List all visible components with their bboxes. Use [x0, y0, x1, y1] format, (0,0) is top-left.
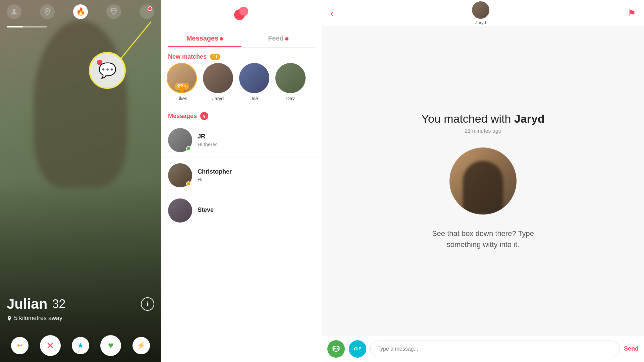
likes-avatar[interactable]: 99+ 🧡 Likes: [167, 63, 197, 101]
card-location-text: 5 kilometres away: [14, 315, 62, 322]
message-item-jr[interactable]: JR Hi therec: [161, 123, 322, 158]
messages-section-label: Messages 9: [161, 107, 322, 123]
rewind-button[interactable]: ↩: [11, 337, 29, 354]
tinder-messages-logo: [233, 5, 250, 26]
new-matches-row: 99+ 🧡 Likes Jaryd Joe Dav: [161, 63, 322, 107]
match-title: You matched with Jaryd: [421, 112, 544, 125]
messages-panel: Messages Feed New matches 11 99+ 🧡 Likes…: [161, 0, 322, 362]
flag-button[interactable]: ⚑: [628, 8, 636, 19]
card-info: Julian 32 ℹ 5 kilometres away: [0, 296, 161, 328]
likes-label: Likes: [176, 96, 187, 101]
dav-match-avatar[interactable]: Dav: [275, 63, 306, 101]
boost-button[interactable]: ⚡: [132, 337, 150, 354]
back-button[interactable]: ‹: [330, 7, 334, 19]
christopher-online-dot: [186, 181, 191, 186]
christopher-message-content: Christopher Hi: [198, 168, 315, 182]
svg-point-0: [13, 9, 15, 12]
jr-sender-name: JR: [198, 133, 315, 140]
match-profile-photo: [449, 147, 517, 215]
jaryd-match-name: Jaryd: [212, 96, 224, 101]
match-hint-text: See that box down there? Type something …: [419, 228, 547, 250]
messages-tab-dot: [220, 37, 223, 41]
match-title-prefix: You matched with: [421, 112, 514, 125]
chat-red-dot: [97, 60, 102, 65]
card-top-bar: 🔥: [0, 0, 161, 23]
card-location: 5 kilometres away: [7, 315, 154, 322]
message-list: JR Hi therec Christopher Hi Steve: [161, 123, 322, 362]
svg-point-11: [337, 348, 338, 349]
jaryd-match-avatar[interactable]: Jaryd: [203, 63, 233, 101]
card-silhouette: [34, 20, 127, 188]
match-detail-panel: ‹ Jaryd ⚑ You matched with Jaryd 21 minu…: [322, 0, 644, 362]
card-actions: ↩ ✕ ★ ♥ ⚡: [0, 335, 161, 356]
card-person-age: 32: [52, 297, 65, 311]
svg-point-10: [334, 348, 335, 349]
joe-avatar-img: [239, 63, 269, 93]
dislike-button[interactable]: ✕: [40, 335, 61, 356]
emoji-button[interactable]: [327, 340, 345, 358]
svg-point-1: [47, 10, 48, 12]
svg-point-2: [148, 8, 151, 12]
messages-nav-icon[interactable]: [140, 4, 154, 19]
message-item-christopher[interactable]: Christopher Hi: [161, 158, 322, 193]
joe-match-name: Joe: [251, 96, 258, 101]
match-time: 21 minutes ago: [465, 128, 501, 134]
steve-avatar: [168, 198, 192, 223]
info-button[interactable]: ℹ: [141, 297, 154, 311]
messages-count-badge: 9: [200, 112, 208, 120]
tab-messages[interactable]: Messages: [168, 31, 241, 47]
annotation-circle: 💬: [89, 52, 126, 89]
dav-avatar-img: [275, 63, 306, 93]
tinder-card-panel: 🔥 💬 Julian 32 ℹ 5 kilometres away: [0, 0, 161, 362]
new-matches-section-label: New matches 11: [161, 48, 322, 63]
like-button[interactable]: ♥: [100, 335, 121, 356]
dav-match-name: Dav: [286, 96, 295, 101]
profile-nav-icon[interactable]: [7, 4, 21, 19]
feed-tab-dot: [285, 37, 288, 41]
detail-input-bar: GIF Send: [322, 335, 644, 362]
jr-avatar: [168, 128, 192, 152]
christopher-sender-name: Christopher: [198, 168, 315, 175]
messages-tabs: Messages Feed: [168, 31, 315, 48]
steve-sender-name: Steve: [198, 206, 315, 214]
jr-online-dot: [186, 146, 191, 151]
jr-message-preview: Hi therec: [198, 141, 315, 147]
detail-header: ‹ Jaryd ⚑: [322, 0, 644, 27]
detail-person-avatar: [472, 1, 489, 19]
message-input[interactable]: [370, 341, 620, 357]
jaryd-avatar-img: [203, 63, 233, 93]
likes-heart-icon: 🧡: [178, 85, 185, 93]
diamond-nav-icon[interactable]: [106, 4, 121, 19]
christopher-avatar: [168, 163, 192, 187]
message-item-steve[interactable]: Steve: [161, 193, 322, 228]
steve-message-content: Steve: [198, 206, 315, 215]
detail-person-name: Jaryd: [475, 20, 486, 25]
detail-content: You matched with Jaryd 21 minutes ago Se…: [322, 27, 644, 335]
match-profile-silhouette: [463, 161, 503, 215]
messages-header: Messages Feed: [161, 0, 322, 48]
flame-nav-icon[interactable]: 🔥: [73, 4, 88, 19]
card-person-name: Julian: [7, 296, 47, 312]
match-title-name: Jaryd: [514, 112, 545, 125]
send-button[interactable]: Send: [624, 345, 639, 352]
progress-bar: [7, 26, 47, 27]
joe-match-avatar[interactable]: Joe: [239, 63, 269, 101]
christopher-message-preview: Hi: [198, 177, 315, 182]
svg-point-9: [239, 9, 248, 15]
likes-avatar-img: 99+ 🧡: [167, 63, 197, 93]
new-matches-badge: 11: [210, 54, 220, 60]
detail-person-info[interactable]: Jaryd: [472, 1, 489, 25]
progress-bar-fill: [7, 26, 23, 27]
superlike-button[interactable]: ★: [72, 337, 89, 354]
location-nav-icon[interactable]: [40, 4, 55, 19]
tab-feed[interactable]: Feed: [241, 31, 315, 47]
gif-button[interactable]: GIF: [349, 340, 366, 358]
jr-message-content: JR Hi therec: [198, 133, 315, 147]
